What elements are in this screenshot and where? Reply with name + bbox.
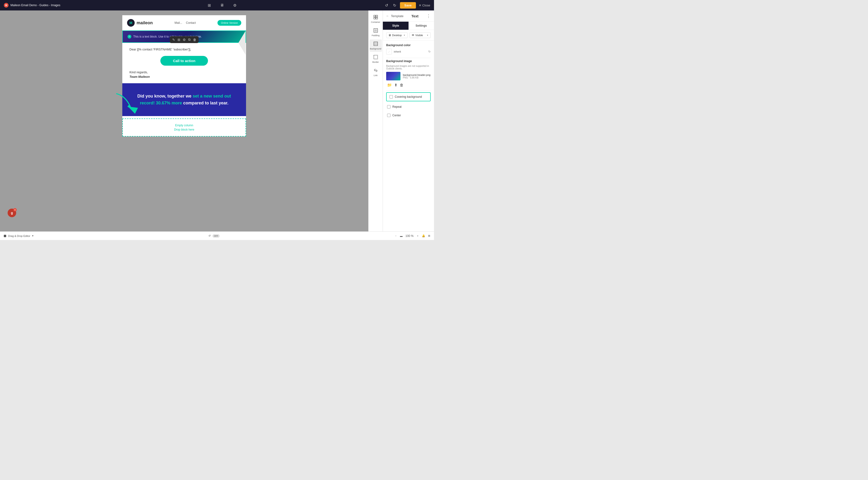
editor-icon: [4, 235, 6, 237]
sidebar-item-link[interactable]: Link: [370, 66, 382, 78]
repeat-checkbox[interactable]: [387, 105, 391, 108]
panel-more-icon[interactable]: ⋮: [426, 13, 431, 19]
bg-image-name: background-header.png: [403, 73, 431, 76]
upload-icon[interactable]: ⬆: [394, 83, 397, 87]
monitor-icon[interactable]: 🖥: [219, 3, 225, 8]
center-checkbox[interactable]: [387, 114, 391, 117]
back-arrow-icon[interactable]: ←: [386, 14, 389, 18]
email-wrapper: M maileon Mail... Contact Online Version…: [122, 15, 246, 136]
right-panel: ← Template Text ⋮ Style Settings 🖥 Deskt…: [382, 10, 434, 231]
sidebar-item-background[interactable]: Background: [370, 39, 382, 52]
border-icon: [373, 55, 378, 60]
online-version-button[interactable]: Online Version: [217, 20, 241, 26]
topbar-left: M Maileon Email Demo - Guides - Images: [4, 3, 60, 8]
drop-block-label: Drop block here: [174, 128, 194, 131]
nav-contact: Contact: [186, 21, 196, 25]
app-container: M Maileon Email Demo - Guides - Images ⊞…: [0, 0, 434, 240]
covering-bg-label: Covering background: [395, 95, 422, 98]
background-label: Background: [370, 47, 381, 50]
stats-white-1: Did you know, together we: [137, 94, 191, 98]
empty-column[interactable]: Empty column Drop block here: [122, 119, 246, 136]
color-swatch[interactable]: ⟋: [386, 49, 392, 55]
svg-rect-1: [374, 15, 375, 17]
grid-icon[interactable]: ⊞: [207, 3, 212, 8]
repeat-row: Repeat: [386, 103, 431, 110]
bg-image-row: background-header.png PNG · 5.86 KB: [386, 72, 431, 81]
panel-header: ← Template Text ⋮: [383, 10, 434, 22]
trash-icon[interactable]: 🗑: [400, 83, 404, 87]
container-icon: [373, 15, 378, 21]
background-icon: [373, 41, 378, 47]
desktop-dropdown[interactable]: 🖥 Desktop ▼: [386, 32, 408, 38]
stats-text: Did you know, together we set a new send…: [129, 93, 239, 106]
settings-icon[interactable]: ⚙: [232, 3, 238, 8]
panel-text-title: Text: [411, 14, 418, 18]
monitor-small-icon: 🖥: [388, 34, 391, 37]
gear-icon[interactable]: ⚙: [183, 38, 186, 42]
border-label: Border: [372, 61, 379, 63]
maileon-logo: M maileon: [127, 19, 153, 27]
copy-icon[interactable]: ⧉: [188, 38, 191, 42]
bg-color-title: Background color: [386, 43, 431, 47]
svg-rect-7: [374, 42, 378, 46]
tab-style[interactable]: Style: [383, 22, 408, 30]
empty-col-label: Empty column: [175, 124, 193, 127]
padding-icon: [373, 28, 378, 34]
refresh-icon[interactable]: ↻: [428, 50, 431, 53]
bottom-center: ↺ OFF: [209, 234, 220, 237]
container-label: Container: [371, 21, 380, 23]
drag-handle[interactable]: ⠿: [127, 35, 131, 38]
grid-blocks-icon[interactable]: ⊞: [178, 38, 180, 42]
cta-button[interactable]: Call to action: [160, 56, 208, 66]
sidebar-item-border[interactable]: Border: [370, 53, 382, 65]
folder-icon[interactable]: 📁: [387, 83, 392, 87]
panel-nav: ← Template: [386, 14, 404, 18]
visible-dropdown[interactable]: 👁 Visible ▼: [409, 32, 431, 38]
side-nav: Container Padding Background: [368, 10, 382, 231]
floating-toolbar: ✎ ⊞ ⚙ ⧉ 🗑: [170, 36, 199, 43]
zoom-in-icon[interactable]: ＋: [416, 234, 419, 237]
sidebar-item-padding[interactable]: Padding: [370, 26, 382, 38]
apps-icon[interactable]: ⊞: [428, 234, 430, 237]
bg-image-title: Background image: [386, 60, 431, 63]
chevron-down-icon-2: ▼: [427, 34, 429, 36]
bell-icon[interactable]: 🔔: [422, 234, 425, 237]
bg-image-thumbnail: [386, 72, 400, 81]
email-body: Dear [[% contact 'FIRSTNAME' 'subscriber…: [122, 43, 246, 83]
covering-bg-checkbox[interactable]: [390, 95, 393, 98]
bottom-left: Drag & Drop Editor ▾: [4, 234, 34, 237]
repeat-label: Repeat: [392, 105, 402, 108]
tab-settings[interactable]: Settings: [408, 22, 434, 30]
canvas-area[interactable]: ✎ ⊞ ⚙ ⧉ 🗑 M maileon Mail...: [0, 10, 368, 231]
user-avatar[interactable]: g 9: [8, 209, 16, 217]
panel-tabs: Style Settings: [383, 22, 434, 30]
stats-green-2: record! 30.67% more: [140, 101, 182, 105]
eye-icon: 👁: [412, 34, 414, 37]
chevron-down-icon: ▼: [404, 34, 405, 36]
user-avatar-container: g 9: [4, 221, 12, 229]
undo-icon[interactable]: ↺: [384, 3, 389, 8]
logo-icon: M: [127, 19, 135, 27]
link-label: Link: [374, 74, 378, 76]
regards-text: Kind regards,: [129, 70, 239, 74]
app-icon: M: [4, 3, 8, 8]
divider-2: [386, 91, 431, 91]
save-button[interactable]: Save: [400, 2, 416, 8]
zoom-bar: ▬: [400, 234, 403, 237]
sidebar-item-container[interactable]: Container: [370, 13, 382, 25]
center-row: Center: [386, 112, 431, 119]
text-block-arrow: [239, 31, 246, 55]
delete-icon[interactable]: 🗑: [193, 38, 196, 42]
zoom-label: 100 %: [405, 234, 413, 237]
zoom-out-icon[interactable]: －: [395, 234, 397, 237]
close-button[interactable]: ✕ Close: [419, 4, 430, 7]
redo-icon[interactable]: ↻: [392, 3, 397, 8]
edit-icon[interactable]: ✎: [172, 38, 175, 42]
stats-white-2: compared to last year.: [183, 101, 228, 105]
off-badge: OFF: [213, 234, 220, 237]
diagonal-slash-icon: ⟋: [388, 50, 391, 54]
stats-block: Did you know, together we set a new send…: [122, 83, 246, 116]
window-title: Maileon Email Demo - Guides - Images: [10, 4, 60, 7]
chevron-down-editor: ▾: [32, 234, 34, 237]
close-x-icon: ✕: [419, 4, 422, 7]
